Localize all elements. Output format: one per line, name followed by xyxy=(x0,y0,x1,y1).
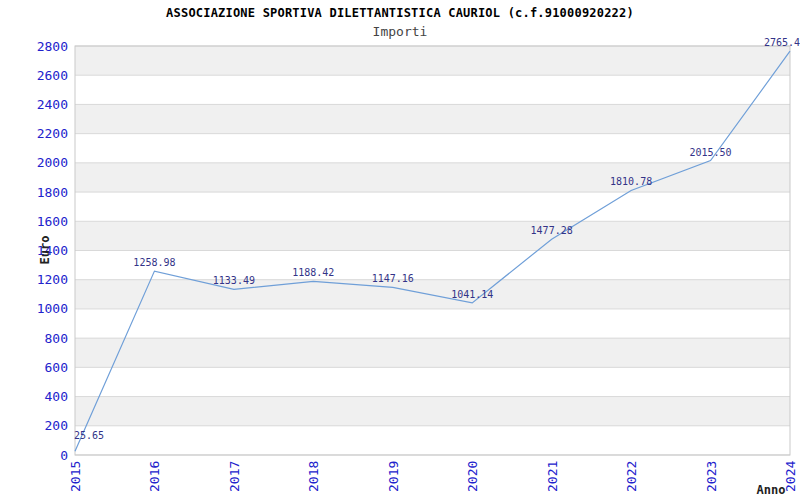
x-axis-title: Anno xyxy=(757,483,786,497)
plot-band xyxy=(75,221,790,250)
y-tick-label: 1800 xyxy=(37,185,68,200)
y-tick-label: 1200 xyxy=(37,272,68,287)
y-axis-title: Euro xyxy=(38,236,52,265)
chart-container: ASSOCIAZIONE SPORTIVA DILETTANTISTICA CA… xyxy=(0,0,800,500)
y-tick-label: 2000 xyxy=(37,155,68,170)
plot-band xyxy=(75,338,790,367)
plot-band xyxy=(75,163,790,192)
plot-band xyxy=(75,46,790,75)
data-point-label: 1188.42 xyxy=(292,267,334,278)
x-tick-label: 2020 xyxy=(465,461,480,492)
plot-band xyxy=(75,280,790,309)
x-tick-label: 2021 xyxy=(545,461,560,492)
y-tick-label: 1600 xyxy=(37,214,68,229)
x-tick-label: 2016 xyxy=(147,461,162,492)
data-point-label: 1810.78 xyxy=(610,176,652,187)
plot-band xyxy=(75,309,790,338)
x-tick-label: 2015 xyxy=(68,461,83,492)
x-tick-label: 2019 xyxy=(386,461,401,492)
data-point-label: 1147.16 xyxy=(372,273,414,284)
data-point-label: 1477.28 xyxy=(531,225,573,236)
data-point-label: 2765.4 xyxy=(764,37,800,48)
plot-band xyxy=(75,75,790,104)
y-tick-label: 0 xyxy=(60,448,68,463)
plot-band xyxy=(75,397,790,426)
plot-band xyxy=(75,104,790,133)
y-tick-label: 800 xyxy=(45,331,68,346)
x-tick-label: 2022 xyxy=(624,461,639,492)
y-tick-label: 600 xyxy=(45,360,68,375)
y-tick-label: 1000 xyxy=(37,301,68,316)
y-tick-label: 400 xyxy=(45,389,68,404)
data-point-label: 1041.14 xyxy=(451,289,493,300)
plot-band xyxy=(75,367,790,396)
plot-band xyxy=(75,251,790,280)
x-tick-label: 2023 xyxy=(704,461,719,492)
y-tick-label: 2600 xyxy=(37,68,68,83)
plot-band xyxy=(75,134,790,163)
y-tick-label: 2400 xyxy=(37,97,68,112)
data-point-label: 25.65 xyxy=(74,430,104,441)
line-plot: 0200400600800100012001400160018002000220… xyxy=(0,0,800,500)
data-point-label: 2015.50 xyxy=(689,147,731,158)
y-tick-label: 200 xyxy=(45,418,68,433)
plot-band xyxy=(75,192,790,221)
data-point-label: 1133.49 xyxy=(213,275,255,286)
x-tick-label: 2018 xyxy=(306,461,321,492)
x-tick-label: 2017 xyxy=(227,461,242,492)
y-tick-label: 2200 xyxy=(37,126,68,141)
data-point-label: 1258.98 xyxy=(133,257,175,268)
y-tick-label: 2800 xyxy=(37,39,68,54)
plot-band xyxy=(75,426,790,455)
